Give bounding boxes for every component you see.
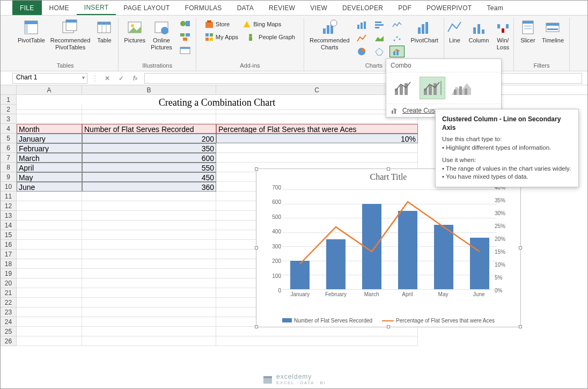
tab-pdf[interactable]: PDF [391, 1, 419, 15]
col-hdr-a[interactable]: A [17, 85, 82, 94]
cell-b16[interactable] [82, 240, 216, 249]
sparkline-column-button[interactable]: Column [466, 18, 491, 44]
row-hdr-18[interactable]: 18 [1, 259, 17, 269]
cell-c4[interactable]: Percentage of Flat Serves that were Aces [216, 124, 418, 134]
cell-b12[interactable] [82, 201, 216, 211]
row-hdr-1[interactable]: 1 [1, 95, 17, 105]
cell-a22[interactable] [17, 298, 82, 307]
row-hdr-3[interactable]: 3 [1, 114, 17, 124]
radar-chart-button[interactable] [372, 46, 387, 57]
screenshot-button[interactable] [178, 45, 193, 56]
row-hdr-12[interactable]: 12 [1, 201, 17, 211]
tab-pagelayout[interactable]: PAGE LAYOUT [116, 1, 177, 15]
bingmaps-button[interactable]: Bing Maps [240, 19, 283, 30]
cell-b15[interactable] [82, 230, 216, 240]
cell-a19[interactable] [17, 269, 82, 278]
row-hdr-25[interactable]: 25 [1, 327, 17, 336]
cell-a3[interactable] [17, 114, 82, 124]
cell-c7[interactable] [216, 153, 418, 163]
cell-a8[interactable]: April [17, 163, 82, 172]
myapps-button[interactable]: My Apps [203, 32, 240, 42]
cell-c6[interactable] [216, 143, 418, 153]
cell-a7[interactable]: March [17, 153, 82, 163]
row-hdr-19[interactable]: 19 [1, 269, 17, 278]
cell-b10[interactable]: 360 [82, 182, 216, 192]
cell-a10[interactable]: June [17, 182, 82, 192]
row-hdr-2[interactable]: 2 [1, 105, 17, 114]
pivotchart-button[interactable]: PivotChart [409, 18, 440, 44]
sparkline-winloss-button[interactable]: Win/ Loss [492, 18, 513, 51]
tab-powerpivot[interactable]: POWERPIVOT [419, 1, 479, 15]
cell-a5[interactable]: January [17, 134, 82, 143]
cell-c26[interactable] [216, 336, 418, 346]
tab-home[interactable]: HOME [42, 1, 77, 15]
tab-data[interactable]: DATA [230, 1, 261, 15]
bar-chart-button[interactable] [372, 19, 387, 31]
cell-a16[interactable] [17, 240, 82, 249]
cell-b7[interactable]: 600 [82, 153, 216, 163]
combo-opt-clustered-line-secondary[interactable] [420, 77, 445, 99]
pivottable-button[interactable]: PivotTable [16, 18, 47, 44]
row-hdr-23[interactable]: 23 [1, 307, 17, 317]
cell-a9[interactable]: May [17, 172, 82, 182]
timeline-button[interactable]: Timeline [540, 18, 566, 44]
cell-b14[interactable] [82, 221, 216, 230]
row-hdr-16[interactable]: 16 [1, 240, 17, 249]
row-hdr-8[interactable]: 8 [1, 163, 17, 172]
fx-button[interactable]: fx [130, 74, 140, 83]
embedded-chart[interactable]: Chart Title 0 100 200 300 400 500 600 70… [256, 168, 521, 327]
stock-chart-button[interactable] [389, 19, 405, 31]
cell-b6[interactable]: 350 [82, 143, 216, 153]
tab-formulas[interactable]: FORMULAS [178, 1, 230, 15]
cell-a17[interactable] [17, 249, 82, 259]
combo-opt-stacked-area-column[interactable] [449, 77, 474, 99]
rec-charts-button[interactable]: Recommended Charts [307, 18, 352, 51]
cell-a11[interactable] [17, 192, 82, 201]
column-chart-button[interactable] [354, 19, 369, 31]
line-series[interactable] [282, 189, 497, 289]
slicer-button[interactable]: Slicer [517, 18, 539, 44]
enter-formula-button[interactable]: ✓ [116, 74, 126, 83]
cell-b13[interactable] [82, 211, 216, 221]
chart-legend[interactable]: Number of Flat Serves Recorded Percentag… [256, 318, 520, 324]
row-hdr-10[interactable]: 10 [1, 182, 17, 192]
cell-a20[interactable] [17, 278, 82, 288]
tab-insert[interactable]: INSERT [77, 1, 116, 15]
online-pictures-button[interactable]: Online Pictures [149, 18, 174, 51]
cell-b22[interactable] [82, 298, 216, 307]
row-hdr-11[interactable]: 11 [1, 192, 17, 201]
tab-file[interactable]: FILE [12, 1, 42, 15]
cell-a26[interactable] [17, 336, 82, 346]
cell-a4[interactable]: Month [17, 124, 82, 134]
row-hdr-13[interactable]: 13 [1, 211, 17, 221]
table-button[interactable]: Table [93, 18, 115, 44]
row-hdr-21[interactable]: 21 [1, 288, 17, 298]
cancel-formula-button[interactable]: ✕ [102, 74, 112, 83]
cell-b9[interactable]: 450 [82, 172, 216, 182]
tab-view[interactable]: VIEW [303, 1, 335, 15]
row-hdr-24[interactable]: 24 [1, 317, 17, 327]
cell-b20[interactable] [82, 278, 216, 288]
shapes-button[interactable] [178, 18, 193, 30]
cell-a24[interactable] [17, 317, 82, 327]
row-hdr-26[interactable]: 26 [1, 336, 17, 346]
cell-b5[interactable]: 200 [82, 134, 216, 143]
cell-a6[interactable]: February [17, 143, 82, 153]
rec-pivottable-button[interactable]: Recommended PivotTables [48, 18, 93, 51]
cell-a13[interactable] [17, 211, 82, 221]
cell-b3[interactable] [82, 114, 216, 124]
cell-a15[interactable] [17, 230, 82, 240]
peoplegraph-button[interactable]: People Graph [246, 32, 297, 42]
cell-b25[interactable] [82, 327, 216, 336]
row-hdr-15[interactable]: 15 [1, 230, 17, 240]
row-hdr-17[interactable]: 17 [1, 249, 17, 259]
cell-b18[interactable] [82, 259, 216, 269]
store-button[interactable]: Store [203, 19, 232, 30]
line-chart-button[interactable] [354, 32, 369, 44]
cell-b4[interactable]: Number of Flat Serves Recorded [82, 124, 216, 134]
combo-chart-button[interactable] [389, 46, 405, 57]
scatter-chart-button[interactable] [389, 32, 405, 44]
cell-b19[interactable] [82, 269, 216, 278]
tab-team[interactable]: Team [479, 1, 511, 15]
col-hdr-b[interactable]: B [82, 85, 216, 94]
